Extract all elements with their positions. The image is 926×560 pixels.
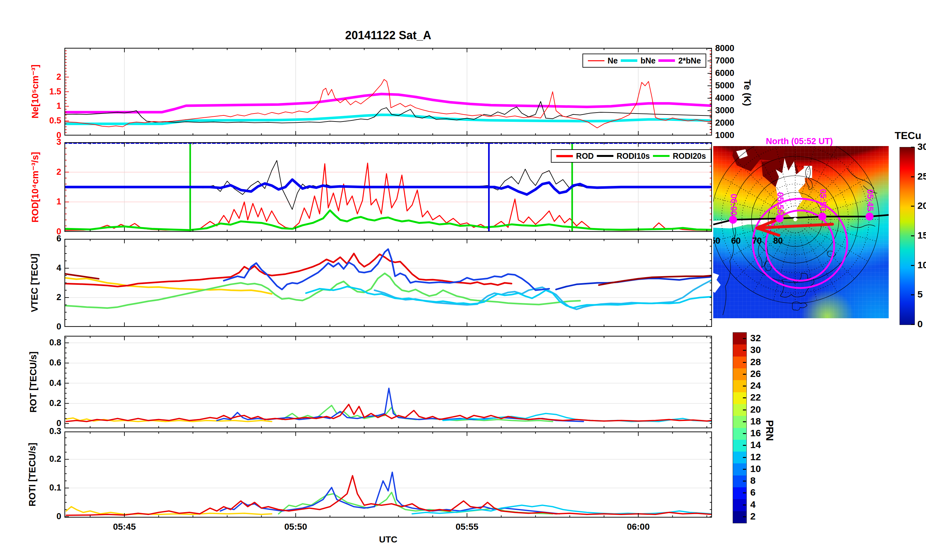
legend-line-sample [658,59,675,62]
prn-tick [743,374,746,375]
figure-root: 20141122 Sat_A Ne[10⁵cm⁻³] ROD[10⁴cm⁻³/s… [0,0,926,560]
prn-tick-label: 20 [750,405,769,414]
tecu-tick-label: 15 [917,231,926,239]
y-tick-label: 0.5 [36,117,61,125]
prn-tick [743,504,746,506]
prn-colorbar [733,332,747,523]
prn-tick-label: 8 [750,476,769,485]
prn-tick-label: 32 [750,334,769,342]
legend-label: RODI10s [617,151,650,161]
legend-item: RODI10s [597,151,650,161]
legend-label: ROD [576,151,594,161]
legend-item: 2*bNe [658,56,701,65]
series-gold [64,278,272,294]
x-tick-label: 05:50 [273,522,318,531]
y-tick-label: 0.1 [36,483,61,492]
prn-tick [743,409,746,410]
legend-item: ROD [556,151,594,161]
plot-canvas-rot [64,336,712,428]
series-cyan [306,287,712,308]
tecu-tick [911,324,914,325]
series-light_green [64,273,580,308]
legend-line-sample [588,60,604,61]
legend-label: bNe [640,56,655,65]
prn-tick-label: 22 [750,393,769,401]
y-tick-label: 1.5 [36,87,61,96]
plot-canvas-roti [64,431,712,518]
legend-item: RODI20s [653,151,706,161]
legend-line-sample [653,155,670,157]
legend-item: Ne [588,56,618,65]
y-tick-label: 2 [36,73,61,81]
te-tick-label: 1000 [715,131,747,140]
prn-tick [743,457,746,458]
map-lat-label: 50 [713,236,720,245]
tec-map: 50607080 [713,146,889,318]
y-tick-label: 0.3 [36,427,61,436]
y-tick-label: 1 [36,102,61,110]
te-tick-label: 5000 [715,81,747,90]
prn-tick [743,492,746,493]
y-tick-label: 6 [36,235,61,243]
tecu-tick-label: 30 [917,142,926,151]
y-tick-label: 2 [36,168,61,176]
prn-tick-label: 26 [750,369,769,378]
track-time-dot [729,216,737,224]
series-ROD [64,163,712,230]
prn-tick [743,350,746,351]
tecu-tick [911,294,914,295]
series-RODI20s [64,210,712,230]
map-time-label: 05:50 [818,189,828,211]
legend-line-sample [621,59,637,62]
te-tick-label: 6000 [715,69,747,77]
tecu-tick-label: 20 [917,201,926,210]
ylabel-rod: ROD[10⁴cm⁻³/s] [30,152,41,222]
x-tick-label: 05:45 [102,522,147,531]
prn-tick-label: 28 [750,357,769,366]
prn-tick-label: 6 [750,488,769,496]
y-tick-label: 0 [36,512,61,521]
prn-tick [743,481,746,481]
ylabel-roti: ROTI [TECU/s] [27,443,38,506]
legend-label: RODI20s [673,151,706,161]
tecu-colorbar-title: TECu [890,132,926,140]
prn-tick [743,386,746,386]
y-tick-label: 0 [36,322,61,331]
y-tick-label: 0.4 [36,379,61,387]
xlabel-utc: UTC [356,535,420,544]
tecu-tick [911,206,914,207]
legend-label: Ne [608,56,618,65]
y-tick-label: 0.2 [36,399,61,407]
y-tick-label: 0.6 [36,359,61,367]
te-tick-label: 4000 [715,94,747,102]
legend-label: 2*bNe [678,56,701,65]
prn-tick [743,362,746,363]
panel-vtec [64,239,712,327]
x-tick-label: 06:00 [616,522,661,531]
prn-tick-label: 14 [750,440,769,449]
prn-tick-label: 12 [750,453,769,461]
map-overlay: 50607080 [713,146,889,318]
y-tick-label: 0.8 [36,338,61,347]
map-time-label: 06:00 [729,194,738,216]
prn-tick-label: 18 [750,417,769,425]
te-tick-label: 8000 [715,44,747,53]
tecu-tick [911,176,914,177]
prn-tick [743,421,746,422]
series-dark_blue [556,276,712,289]
x-tick-label: 05:55 [445,522,489,531]
tecu-tick-label: 5 [917,290,926,298]
prn-tick [743,445,746,446]
panel-rot [64,336,712,428]
y-tick-label: 4 [36,264,61,272]
ylabel-vtec: VTEC [TECU] [29,254,40,312]
prn-tick-label: 16 [750,428,769,437]
track-time-dot [866,213,874,221]
plot-canvas-vtec [64,239,712,327]
series-red [66,404,712,422]
te-tick-label: 7000 [715,56,747,65]
prn-tick-label: 2 [750,512,769,521]
prn-tick [743,338,746,339]
series-bNe [64,115,712,124]
map-time-label: 05:55 [775,192,785,214]
